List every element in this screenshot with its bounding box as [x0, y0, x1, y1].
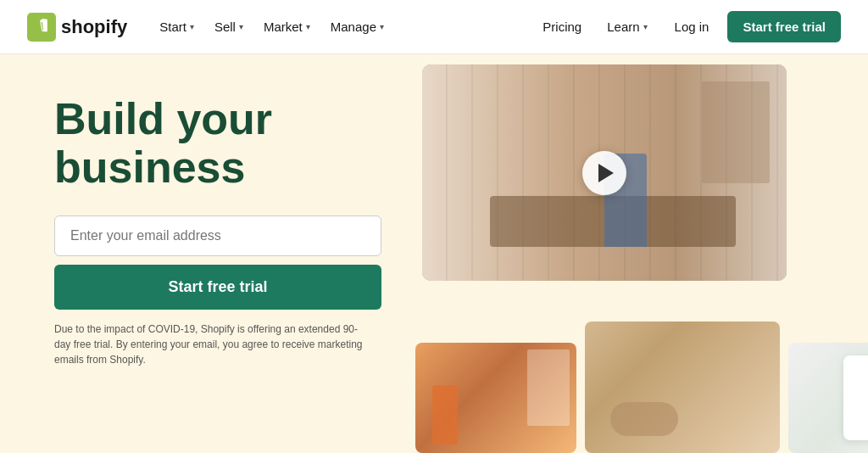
learn-chevron-icon: ▾	[643, 22, 648, 31]
sell-chevron-icon: ▾	[239, 22, 243, 31]
email-input[interactable]	[54, 215, 381, 256]
header-trial-button[interactable]: Start free trial	[727, 11, 841, 42]
nav-start[interactable]: Start ▾	[151, 14, 203, 39]
thumb-2-hands	[610, 402, 678, 436]
thumbnail-2[interactable]	[585, 322, 780, 453]
main-nav: Start ▾ Sell ▾ Market ▾ Manage ▾	[151, 14, 532, 39]
thumbnail-3[interactable]	[788, 343, 868, 453]
start-chevron-icon: ▾	[190, 22, 194, 31]
header: shopify Start ▾ Sell ▾ Market ▾ Manage ▾…	[0, 0, 868, 54]
nav-market[interactable]: Market ▾	[255, 14, 319, 39]
shelf-decoration	[702, 81, 770, 183]
hero-trial-button[interactable]: Start free trial	[54, 265, 381, 310]
thumb-1-person	[432, 385, 458, 445]
nav-manage[interactable]: Manage ▾	[322, 14, 392, 39]
market-chevron-icon: ▾	[306, 22, 310, 31]
nav-right: Pricing Learn ▾ Log in Start free trial	[532, 11, 841, 42]
logo-link[interactable]: shopify	[27, 13, 127, 42]
hero-right	[415, 54, 868, 453]
manage-chevron-icon: ▾	[380, 22, 384, 31]
hero-title: Build your business	[54, 95, 381, 192]
nav-sell[interactable]: Sell ▾	[206, 14, 252, 39]
hero-left: Build your business Start free trial Due…	[0, 54, 415, 453]
thumbnail-1[interactable]	[415, 343, 576, 453]
play-button[interactable]	[582, 151, 626, 195]
thumb-1-shelves	[527, 350, 570, 426]
thumb-3-phone	[843, 355, 868, 440]
shopify-logo-icon	[27, 13, 56, 42]
nav-learn[interactable]: Learn ▾	[598, 14, 655, 39]
brand-name: shopify	[61, 16, 127, 38]
video-thumbnail[interactable]	[422, 64, 787, 281]
play-icon	[598, 164, 614, 182]
disclaimer-text: Due to the impact of COVID-19, Shopify i…	[54, 322, 368, 367]
nav-pricing[interactable]: Pricing	[532, 14, 592, 39]
main-content: Build your business Start free trial Due…	[0, 54, 868, 453]
thumbnails-row	[415, 322, 868, 453]
nav-login[interactable]: Log in	[663, 14, 721, 39]
